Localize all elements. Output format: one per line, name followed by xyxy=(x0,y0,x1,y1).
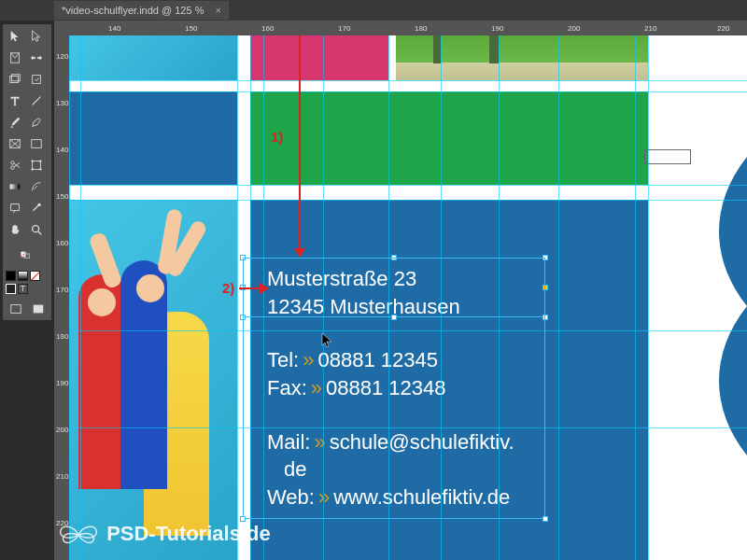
arrow-down-icon xyxy=(294,248,305,258)
svg-rect-3 xyxy=(33,76,41,84)
mail-value: schule@schulefiktiv. xyxy=(330,430,514,454)
guide[interactable] xyxy=(499,35,500,560)
annotation-line-1 xyxy=(299,35,301,252)
content-placer-tool[interactable] xyxy=(26,69,47,90)
guide[interactable] xyxy=(635,35,636,560)
guide[interactable] xyxy=(69,91,747,92)
guide[interactable] xyxy=(69,80,747,81)
tab-char-icon: » xyxy=(315,485,333,509)
web-value: www.schulefiktiv.de xyxy=(333,485,510,509)
guide[interactable] xyxy=(80,35,81,560)
street-text: Musterstraße 23 xyxy=(267,267,416,290)
blue-block-1[interactable] xyxy=(69,91,237,185)
apply-color-row[interactable] xyxy=(5,270,41,282)
document-tab[interactable]: *video-schulflyer.indd @ 125 % × xyxy=(54,1,229,20)
type-tool[interactable] xyxy=(5,91,25,111)
zoom-tool[interactable] xyxy=(26,219,47,240)
rectangle-frame-tool[interactable] xyxy=(5,133,25,154)
svg-line-4 xyxy=(33,97,41,105)
mail-value-2: de xyxy=(284,457,306,481)
horizontal-ruler[interactable]: 140 150 160 170 180 190 200 210 220 xyxy=(54,21,747,35)
free-transform-tool[interactable] xyxy=(26,155,47,175)
guide[interactable] xyxy=(237,35,238,560)
fill-stroke-swatch[interactable] xyxy=(5,241,48,269)
selection-tool[interactable] xyxy=(5,26,25,47)
web-label: Web: xyxy=(267,485,315,509)
pink-block[interactable] xyxy=(250,35,388,80)
apply-gradient-icon[interactable] xyxy=(18,271,28,281)
format-text-icon[interactable]: T xyxy=(18,284,28,294)
preview-view-icon[interactable] xyxy=(28,301,49,317)
title-bar: *video-schulflyer.indd @ 125 % × xyxy=(0,0,747,21)
gradient-swatch-tool[interactable] xyxy=(5,176,25,197)
guide[interactable] xyxy=(69,200,747,201)
mouse-cursor-icon xyxy=(321,332,332,349)
tools-panel: T xyxy=(3,24,51,320)
apply-none-icon[interactable] xyxy=(30,271,40,281)
svg-rect-16 xyxy=(10,184,21,189)
svg-point-12 xyxy=(32,161,34,162)
butterfly-icon xyxy=(56,517,101,553)
photo-kids[interactable] xyxy=(69,200,237,560)
rectangle-tool[interactable] xyxy=(26,133,47,154)
watermark: PSD-Tutorials.de xyxy=(56,517,271,553)
eyedropper-tool[interactable] xyxy=(26,198,47,218)
pen-tool[interactable] xyxy=(5,112,25,133)
gradient-feather-tool[interactable] xyxy=(26,176,47,197)
annotation-2: 2) xyxy=(222,280,234,296)
guide[interactable] xyxy=(388,35,389,560)
line-tool[interactable] xyxy=(26,91,47,111)
page-tool[interactable] xyxy=(5,48,25,68)
guide[interactable] xyxy=(648,35,649,560)
svg-point-18 xyxy=(33,226,39,232)
tab-char-icon: » xyxy=(299,348,317,371)
arrow-right-icon xyxy=(260,283,269,294)
svg-rect-17 xyxy=(11,204,20,211)
format-container-icon[interactable] xyxy=(6,284,16,294)
format-affects-row[interactable]: T xyxy=(5,283,29,295)
guide[interactable] xyxy=(323,35,324,560)
contact-text-frame[interactable]: Musterstraße 23 12345 Musterhausen Tel:»… xyxy=(267,265,557,511)
guide[interactable] xyxy=(69,35,70,560)
svg-rect-24 xyxy=(11,305,21,314)
svg-point-14 xyxy=(32,169,34,171)
tel-value: 08881 12345 xyxy=(318,348,438,371)
guide[interactable] xyxy=(69,330,747,331)
guide[interactable] xyxy=(250,35,251,560)
guide[interactable] xyxy=(558,35,559,560)
guide[interactable] xyxy=(263,35,264,560)
fax-value: 08881 12348 xyxy=(326,376,445,399)
view-mode-row[interactable] xyxy=(5,300,49,318)
svg-point-9 xyxy=(11,166,15,170)
annotation-1: 1) xyxy=(271,129,283,145)
guide[interactable] xyxy=(69,185,747,186)
gap-tool[interactable] xyxy=(26,48,47,68)
svg-rect-8 xyxy=(32,140,42,148)
note-tool[interactable] xyxy=(5,198,25,218)
svg-point-15 xyxy=(40,169,42,171)
content-collector-tool[interactable] xyxy=(5,69,25,90)
svg-rect-25 xyxy=(34,305,44,314)
wave-shape[interactable] xyxy=(691,157,747,455)
photo-top-left[interactable] xyxy=(69,35,237,80)
document-canvas[interactable]: Musterstraße 23 12345 Musterhausen Tel:»… xyxy=(69,35,747,560)
apply-color-icon[interactable] xyxy=(6,271,16,281)
vertical-ruler[interactable]: 120 130 140 150 160 170 180 190 200 210 … xyxy=(54,35,69,560)
scissors-tool[interactable] xyxy=(5,155,25,175)
photo-park[interactable] xyxy=(396,35,648,80)
fax-label: Fax: xyxy=(267,376,307,399)
svg-point-13 xyxy=(40,161,42,162)
guide[interactable] xyxy=(441,35,442,560)
guide[interactable] xyxy=(69,427,747,428)
normal-view-icon[interactable] xyxy=(6,301,26,317)
hand-tool[interactable] xyxy=(5,219,25,240)
svg-line-19 xyxy=(38,231,42,235)
green-block[interactable] xyxy=(250,91,648,185)
pencil-tool[interactable] xyxy=(26,112,47,133)
svg-point-10 xyxy=(11,161,15,165)
direct-selection-tool[interactable] xyxy=(26,26,47,47)
close-icon[interactable]: × xyxy=(215,5,220,16)
mail-label: Mail: xyxy=(267,430,310,454)
watermark-text: PSD-Tutorials.de xyxy=(106,522,271,545)
tel-label: Tel: xyxy=(267,348,299,371)
